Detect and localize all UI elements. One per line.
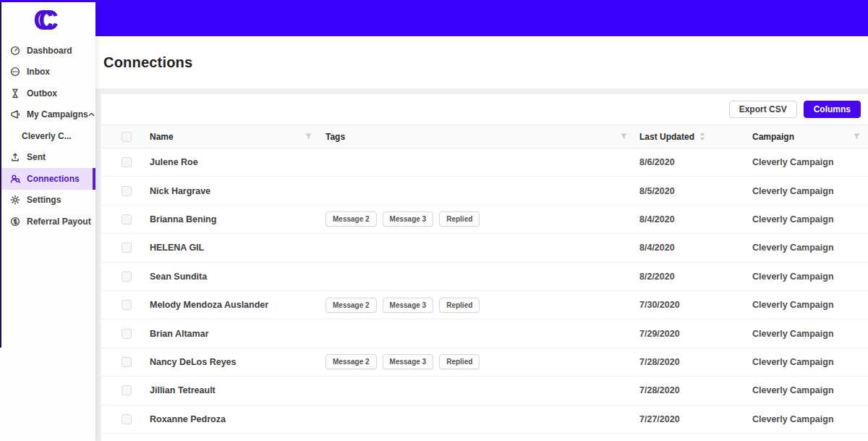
column-header-campaign[interactable]: Campaign <box>752 132 794 142</box>
column-header-name[interactable]: Name <box>150 132 174 142</box>
tag-pill: Replied <box>439 298 480 313</box>
window-edge <box>0 2 1 348</box>
last-updated-value: 8/5/2020 <box>639 186 675 196</box>
connection-name: Nick Hargrave <box>150 186 210 196</box>
table-toolbar: Export CSV Columns <box>101 94 868 125</box>
dollar-icon <box>9 216 21 227</box>
row-checkbox[interactable] <box>122 214 132 224</box>
row-checkbox[interactable] <box>122 385 132 395</box>
row-checkbox[interactable] <box>122 186 132 196</box>
connection-name: Roxanne Pedroza <box>150 414 226 424</box>
sidebar-item-sent[interactable]: Sent <box>0 147 95 169</box>
page-title: Connections <box>103 54 192 71</box>
filter-icon[interactable] <box>620 130 628 143</box>
sidebar-item-label: My Campaigns <box>27 109 88 119</box>
row-checkbox[interactable] <box>122 329 132 339</box>
column-header-tags[interactable]: Tags <box>326 132 345 142</box>
megaphone-icon <box>9 109 21 120</box>
logo-letter: CC <box>38 7 56 34</box>
tag-pill: Message 2 <box>326 298 377 313</box>
campaign-value: Cleverly Campaign <box>752 357 834 367</box>
sidebar-item-label: Connections <box>27 174 80 184</box>
campaign-value: Cleverly Campaign <box>752 186 834 196</box>
user-search-icon <box>9 173 21 184</box>
campaign-value: Cleverly Campaign <box>752 300 834 310</box>
sidebar-item-referral-payout[interactable]: Referral Payout <box>0 211 95 232</box>
campaign-value: Cleverly Campaign <box>752 385 834 395</box>
tag-pill: Replied <box>439 354 480 369</box>
table-row[interactable]: HELENA GIL 8/4/2020 Cleverly Campaign <box>101 234 868 262</box>
sidebar-item-campaign-cleverly[interactable]: Cleverly C... <box>0 125 95 147</box>
table-row[interactable]: Julene Roe 8/6/2020 Cleverly Campaign <box>101 148 868 177</box>
last-updated-value: 8/4/2020 <box>639 214 675 224</box>
sidebar-item-outbox[interactable]: Outbox <box>0 83 95 104</box>
row-checkbox[interactable] <box>122 414 132 424</box>
filter-icon[interactable] <box>853 130 861 143</box>
sort-icon[interactable] <box>699 133 705 140</box>
select-all-checkbox[interactable] <box>122 132 132 142</box>
top-navbar <box>0 0 868 36</box>
sidebar-item-label: Cleverly C... <box>22 131 72 141</box>
table-row[interactable]: Brianna Bening Message 2Message 3Replied… <box>101 206 868 234</box>
campaign-value: Cleverly Campaign <box>752 414 834 424</box>
gear-icon <box>9 195 21 206</box>
chevron-up-icon[interactable] <box>88 112 95 117</box>
row-checkbox[interactable] <box>122 357 132 367</box>
sidebar-item-connections[interactable]: Connections <box>0 168 95 190</box>
table-row[interactable]: Sean Sundita 8/2/2020 Cleverly Campaign <box>101 263 868 291</box>
table-row[interactable]: Nancy DeLos Reyes Message 2Message 3Repl… <box>101 348 868 377</box>
campaign-value: Cleverly Campaign <box>752 243 834 253</box>
tag-pill: Message 2 <box>326 354 377 369</box>
table-row[interactable]: Roxanne Pedroza 7/27/2020 Cleverly Campa… <box>101 406 868 434</box>
connection-name: HELENA GIL <box>150 243 204 253</box>
table-row[interactable]: Melody Mendoza Auslander Message 2Messag… <box>101 291 868 319</box>
sidebar-item-label: Inbox <box>27 67 50 77</box>
sidebar-item-dashboard[interactable]: Dashboard <box>0 40 95 62</box>
sent-icon <box>9 152 21 163</box>
tag-pill: Message 2 <box>326 211 377 227</box>
sidebar: CC DashboardInboxOutboxMy CampaignsCleve… <box>0 2 95 441</box>
export-csv-button[interactable]: Export CSV <box>729 101 797 118</box>
table-row[interactable]: Nick Hargrave 8/5/2020 Cleverly Campaign <box>101 177 868 205</box>
dashboard-icon <box>9 45 21 56</box>
sidebar-item-settings[interactable]: Settings <box>0 190 95 211</box>
last-updated-value: 7/28/2020 <box>639 385 680 395</box>
campaign-value: Cleverly Campaign <box>752 214 834 224</box>
connection-name: Jillian Tetreault <box>150 385 216 395</box>
sidebar-item-label: Dashboard <box>27 46 72 56</box>
row-checkbox[interactable] <box>122 243 132 253</box>
hourglass-icon <box>9 88 21 98</box>
tag-pill: Message 3 <box>383 354 434 369</box>
table-body: Julene Roe 8/6/2020 Cleverly Campaign Ni… <box>101 148 868 434</box>
row-checkbox[interactable] <box>122 300 132 310</box>
columns-button[interactable]: Columns <box>804 101 861 118</box>
connection-name: Melody Mendoza Auslander <box>150 300 268 310</box>
connection-name: Sean Sundita <box>150 272 207 282</box>
tag-pill: Message 3 <box>383 298 434 313</box>
last-updated-value: 8/6/2020 <box>639 157 675 167</box>
filter-icon[interactable] <box>305 130 312 143</box>
table-row[interactable]: Brian Altamar 7/29/2020 Cleverly Campaig… <box>101 319 868 348</box>
campaign-value: Cleverly Campaign <box>752 272 834 282</box>
table-row[interactable]: Jillian Tetreault 7/28/2020 Cleverly Cam… <box>101 377 868 405</box>
cleverly-logo[interactable]: CC <box>0 2 95 38</box>
tags-cell: Message 2Message 3Replied <box>326 298 480 313</box>
inbox-icon <box>9 67 21 77</box>
row-checkbox[interactable] <box>122 157 132 167</box>
main-content: Connections Export CSV Columns Name Tags <box>95 36 868 441</box>
connection-name: Brian Altamar <box>150 329 209 339</box>
tags-cell: Message 2Message 3Replied <box>326 211 480 227</box>
connection-name: Julene Roe <box>150 157 198 167</box>
connection-name: Nancy DeLos Reyes <box>150 357 237 367</box>
tag-pill: Replied <box>439 211 480 227</box>
tags-cell: Message 2Message 3Replied <box>326 354 480 369</box>
connections-card: Export CSV Columns Name Tags <box>101 94 868 441</box>
sidebar-item-my-campaigns[interactable]: My Campaigns <box>0 104 95 126</box>
sidebar-item-inbox[interactable]: Inbox <box>0 62 95 83</box>
campaign-value: Cleverly Campaign <box>752 329 834 339</box>
connection-name: Brianna Bening <box>150 214 216 224</box>
column-header-last-updated[interactable]: Last Updated <box>639 132 694 142</box>
row-checkbox[interactable] <box>122 272 132 282</box>
last-updated-value: 7/30/2020 <box>639 300 680 310</box>
last-updated-value: 8/4/2020 <box>639 243 675 253</box>
